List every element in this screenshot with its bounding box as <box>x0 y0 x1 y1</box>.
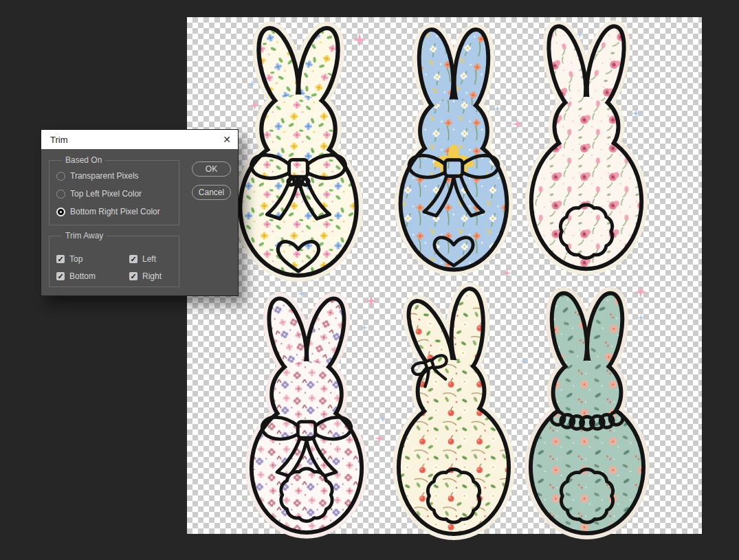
dialog-titlebar[interactable]: Trim ✕ <box>41 130 238 149</box>
radio-button[interactable] <box>56 172 65 181</box>
bunny-illustration-blue-wildflower <box>386 19 521 280</box>
radio-label: Bottom Right Pixel Color <box>70 207 160 216</box>
dialog-body: Based On Transparent Pixels Top Left Pix… <box>41 149 238 295</box>
checkbox[interactable]: ✓ <box>56 255 65 263</box>
check-icon: ✓ <box>57 272 63 280</box>
checkbox-label: Right <box>142 271 162 281</box>
trim-away-legend: Trim Away <box>62 231 107 240</box>
checkbox-label: Top <box>69 254 82 264</box>
radio-button[interactable] <box>56 208 65 216</box>
checkbox-row-left[interactable]: ✓ Left <box>129 253 156 265</box>
radio-row-transparent-pixels[interactable]: Transparent Pixels <box>56 169 139 183</box>
radio-row-bottom-right-pixel-color[interactable]: Bottom Right Pixel Color <box>56 205 160 219</box>
radio-button[interactable] <box>56 190 65 199</box>
bunny-illustration-cream-ditsy <box>223 21 374 277</box>
check-icon: ✓ <box>130 272 136 280</box>
bunny-illustration-pink-poppy <box>518 21 654 276</box>
radio-row-top-left-pixel-color[interactable]: Top Left Pixel Color <box>56 187 142 201</box>
cancel-button[interactable]: Cancel <box>192 185 231 200</box>
checkbox-row-right[interactable]: ✓ Right <box>129 270 162 282</box>
checkbox-label: Left <box>142 254 156 264</box>
bunny-illustration-apple-orchard <box>384 291 524 535</box>
checkbox[interactable]: ✓ <box>129 272 137 280</box>
checkbox-row-top[interactable]: ✓ Top <box>56 253 82 265</box>
checkbox-row-bottom[interactable]: ✓ Bottom <box>56 270 96 282</box>
close-icon[interactable]: ✕ <box>223 130 231 149</box>
radio-label: Transparent Pixels <box>70 171 139 181</box>
check-icon: ✓ <box>57 255 63 263</box>
bunny-illustration-teal-poinsettia <box>517 291 657 535</box>
radio-label: Top Left Pixel Color <box>70 189 142 199</box>
checkbox[interactable]: ✓ <box>56 272 65 280</box>
based-on-group: Based On Transparent Pixels Top Left Pix… <box>49 160 179 225</box>
dialog-title: Trim <box>50 135 68 145</box>
ok-button[interactable]: OK <box>192 161 231 177</box>
based-on-legend: Based On <box>62 155 105 165</box>
photoshop-workspace: Trim ✕ Based On Transparent Pixels Top L… <box>0 0 739 560</box>
checkbox-label: Bottom <box>69 271 96 281</box>
document-canvas[interactable] <box>187 17 702 534</box>
checkbox[interactable]: ✓ <box>129 255 137 263</box>
bunny-illustration-pink-purple-ditsy <box>234 292 379 534</box>
trim-dialog: Trim ✕ Based On Transparent Pixels Top L… <box>41 129 239 296</box>
trim-away-group: Trim Away ✓ Top ✓ Left ✓ Bottom ✓ Right <box>49 236 179 287</box>
check-icon: ✓ <box>130 255 136 263</box>
